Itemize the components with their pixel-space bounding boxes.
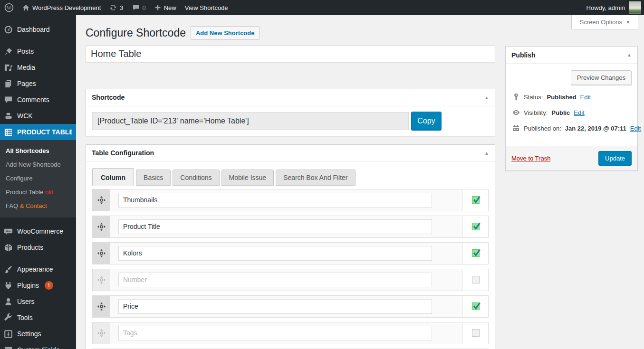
- drag-handle[interactable]: [93, 216, 110, 237]
- sidebar-item-label: Media: [17, 64, 35, 71]
- submenu-item-configure[interactable]: Configure: [0, 171, 76, 185]
- tab-column[interactable]: Column: [92, 168, 134, 186]
- sidebar-item-custom-fields[interactable]: Custom Fields: [0, 342, 76, 349]
- page-title: Configure Shortcode: [86, 26, 186, 40]
- admin-content: Screen Options ▼ Configure Shortcode Add…: [76, 15, 644, 349]
- config-tabs: Column Basics Conditions Mobile Issue Se…: [92, 168, 489, 186]
- admin-bar: W WordPress Development 3 0 New View Sho…: [0, 0, 644, 15]
- edit-visibility-link[interactable]: Edit: [574, 109, 584, 116]
- column-enabled-checkbox[interactable]: [472, 196, 480, 204]
- site-name-menu[interactable]: WordPress Development: [18, 0, 105, 15]
- add-new-shortcode-button[interactable]: Add New Shortcode: [191, 26, 260, 40]
- column-title-input[interactable]: [118, 326, 432, 340]
- submenu-item-add-new-shortcode[interactable]: Add New Shortcode: [0, 158, 76, 171]
- sidebar-item-label: WooCommerce: [17, 227, 63, 235]
- column-title-input[interactable]: [118, 273, 432, 287]
- column-title-input[interactable]: [118, 193, 432, 208]
- table-icon: [4, 128, 13, 137]
- shortcode-text-input[interactable]: [92, 112, 409, 130]
- drag-handle[interactable]: [93, 296, 110, 317]
- sidebar-item-pages[interactable]: Pages: [0, 75, 76, 92]
- submenu-item-all-shortcodes[interactable]: All Shortcodes: [0, 144, 76, 158]
- settings-icon: [4, 330, 13, 339]
- column-enable-cell: [462, 296, 488, 317]
- dashboard-icon: [4, 25, 13, 34]
- table-row-product-title: [92, 216, 489, 238]
- column-enabled-checkbox[interactable]: [472, 249, 480, 257]
- sidebar-item-appearance[interactable]: Appearance: [0, 261, 76, 277]
- tab-basics[interactable]: Basics: [136, 170, 171, 186]
- drag-handle[interactable]: [93, 243, 110, 264]
- sidebar-item-comments[interactable]: Comments: [0, 92, 76, 108]
- screen-options-button[interactable]: Screen Options ▼: [571, 15, 638, 29]
- media-icon: [4, 63, 13, 72]
- column-title-input[interactable]: [118, 299, 432, 314]
- post-title-input[interactable]: [86, 45, 495, 63]
- sidebar-item-wck[interactable]: WCK: [0, 108, 76, 124]
- account-menu[interactable]: Howdy, admin: [586, 1, 644, 14]
- home-icon: [22, 4, 29, 11]
- sidebar-item-dashboard[interactable]: Dashboard: [0, 21, 76, 38]
- site-name: WordPress Development: [32, 4, 101, 11]
- sidebar-item-users[interactable]: Users: [0, 293, 76, 310]
- sidebar-item-media[interactable]: Media: [0, 59, 76, 75]
- collapse-toggle-icon[interactable]: ▲: [484, 95, 489, 100]
- sidebar-item-label: Comments: [17, 96, 49, 104]
- publish-panel: Publish ▲ Preview Changes Status: Publis…: [505, 46, 638, 171]
- update-button[interactable]: Update: [598, 151, 632, 166]
- published-label: Published on:: [524, 125, 561, 132]
- sidebar-item-label: WCK: [17, 112, 33, 120]
- update-count: 3: [120, 4, 123, 11]
- table-configuration-panel: Table Configuration ▲ Column Basics Cond…: [86, 144, 495, 349]
- copy-button[interactable]: Copy: [411, 112, 442, 131]
- table-row-price: [92, 295, 489, 318]
- sidebar-item-product-table[interactable]: PRODUCT TABLE: [0, 124, 76, 140]
- column-enabled-checkbox[interactable]: [472, 329, 480, 337]
- sidebar-item-tools[interactable]: Tools: [0, 310, 76, 326]
- sidebar-item-settings[interactable]: Settings: [0, 326, 76, 342]
- move-to-trash-link[interactable]: Move to Trash: [511, 155, 550, 162]
- sidebar-item-woocommerce[interactable]: Woo WooCommerce: [0, 223, 76, 239]
- wordpress-logo-icon: W: [4, 3, 14, 12]
- calendar-icon: [512, 124, 520, 132]
- column-enable-cell: [462, 216, 488, 237]
- collapse-toggle-icon[interactable]: ▲: [484, 151, 489, 156]
- column-title-input[interactable]: [118, 219, 432, 234]
- sidebar-item-products[interactable]: Products: [0, 239, 76, 255]
- column-enabled-checkbox[interactable]: [472, 276, 480, 283]
- drag-handle[interactable]: [93, 322, 110, 344]
- edit-published-link[interactable]: Edit: [630, 125, 641, 132]
- sidebar-item-label: Products: [17, 244, 43, 251]
- main-column: Configure Shortcode Add New Shortcode Sh…: [86, 26, 495, 349]
- tab-mobile-issue[interactable]: Mobile Issue: [221, 170, 274, 186]
- wordpress-logo-menu[interactable]: W: [0, 0, 18, 15]
- view-shortcode-menu[interactable]: View Shortcode: [181, 0, 232, 15]
- publish-column: Publish ▲ Preview Changes Status: Publis…: [505, 46, 638, 171]
- submenu-item-product-table-old[interactable]: Product Table old: [0, 185, 76, 199]
- sidebar-item-posts[interactable]: Posts: [0, 43, 76, 59]
- publish-panel-title: Publish: [511, 51, 536, 59]
- collapse-toggle-icon[interactable]: ▲: [627, 52, 632, 57]
- column-enabled-checkbox[interactable]: [472, 302, 480, 310]
- column-enabled-checkbox[interactable]: [472, 223, 480, 230]
- column-title-input[interactable]: [118, 246, 432, 261]
- new-menu[interactable]: New: [150, 0, 181, 15]
- updates-menu[interactable]: 3: [105, 0, 127, 15]
- drag-handle[interactable]: [93, 189, 110, 211]
- edit-status-link[interactable]: Edit: [580, 94, 591, 101]
- sidebar-item-label: Users: [17, 298, 35, 305]
- new-label: New: [164, 4, 176, 11]
- tab-conditions[interactable]: Conditions: [173, 170, 219, 186]
- woocommerce-icon: Woo: [4, 227, 13, 236]
- preview-changes-button[interactable]: Preview Changes: [571, 70, 632, 85]
- submenu-item-faq-contact[interactable]: FAQ & Contact: [0, 199, 76, 213]
- sidebar-item-plugins[interactable]: Plugins 1: [0, 277, 76, 293]
- comments-menu[interactable]: 0: [128, 0, 150, 15]
- status-row: Status: Published Edit: [512, 93, 631, 101]
- svg-text:W: W: [7, 5, 11, 10]
- tab-search-box-and-filter[interactable]: Search Box And Filter: [276, 170, 355, 186]
- status-label: Status:: [524, 94, 543, 101]
- sidebar-item-label: Pages: [17, 80, 36, 87]
- comment-bubble-icon: [132, 4, 140, 11]
- drag-handle[interactable]: [93, 269, 110, 291]
